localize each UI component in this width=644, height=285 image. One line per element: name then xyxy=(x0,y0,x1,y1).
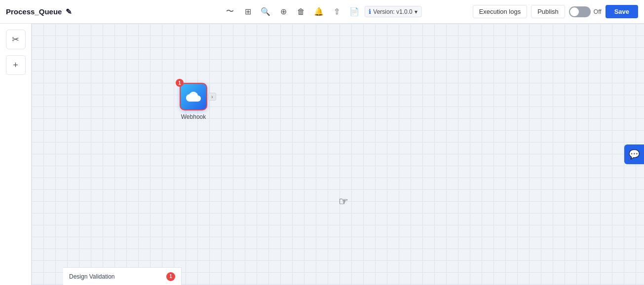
toggle-switch[interactable] xyxy=(569,6,591,17)
zoom-in-icon: ⊕ xyxy=(280,7,287,16)
webhook-node[interactable]: 1 › Webhook xyxy=(180,83,207,120)
toggle-label: Off xyxy=(594,8,602,15)
scissors-icon: ✂ xyxy=(12,34,19,45)
file-button[interactable]: 📄 xyxy=(346,4,362,20)
canvas[interactable]: 1 › Webhook ☞ Design Validation 1 💬 xyxy=(32,24,644,285)
share-button[interactable]: ⇧ xyxy=(329,4,344,20)
curve-tool-button[interactable]: 〜 xyxy=(222,4,238,20)
node-badge: 1 xyxy=(176,79,184,87)
plus-icon: + xyxy=(13,60,18,71)
grid-tool-button[interactable]: ⊞ xyxy=(240,4,256,20)
main-area: ✂ + 1 › Webhook ☞ Design Validation 1 xyxy=(0,24,644,285)
delete-icon: 🗑 xyxy=(297,7,305,16)
zoom-out-icon: 🔍 xyxy=(261,7,270,16)
chevron-down-icon: ▾ xyxy=(415,8,417,15)
bell-button[interactable]: 🔔 xyxy=(311,4,327,20)
delete-button[interactable]: 🗑 xyxy=(293,4,309,20)
toggle-wrap: Off xyxy=(569,6,602,17)
cursor-pointer: ☞ xyxy=(339,195,348,208)
version-label: Version: v1.0.0 xyxy=(373,8,412,15)
execution-logs-button[interactable]: Execution logs xyxy=(473,5,528,18)
save-button[interactable]: Save xyxy=(606,5,638,18)
node-label: Webhook xyxy=(181,113,206,120)
toolbar-right: Execution logs Publish Off Save xyxy=(473,5,638,18)
chat-widget-button[interactable]: 💬 xyxy=(624,144,644,164)
share-icon: ⇧ xyxy=(334,7,340,16)
node-expand-arrow[interactable]: › xyxy=(208,93,216,101)
title-area: Process_Queue ✎ xyxy=(6,7,95,16)
edit-icon[interactable]: ✎ xyxy=(66,7,72,16)
add-button[interactable]: + xyxy=(6,55,26,75)
chat-icon: 💬 xyxy=(629,149,640,160)
file-icon: 📄 xyxy=(349,7,359,16)
zoom-out-button[interactable]: 🔍 xyxy=(258,4,273,20)
design-validation-label: Design Validation xyxy=(69,273,162,280)
bottom-bar: Design Validation 1 xyxy=(63,267,182,285)
grid-icon: ⊞ xyxy=(245,7,251,16)
node-box[interactable]: › xyxy=(180,83,207,110)
publish-button[interactable]: Publish xyxy=(531,5,565,18)
info-icon: ℹ xyxy=(369,8,371,15)
left-sidebar: ✂ + xyxy=(0,24,32,285)
validation-badge: 1 xyxy=(166,272,175,281)
tools-button[interactable]: ✂ xyxy=(6,30,26,49)
toolbar-center: 〜 ⊞ 🔍 ⊕ 🗑 🔔 ⇧ 📄 ℹ Version: v1.0.0 ▾ xyxy=(222,4,421,20)
toggle-slider xyxy=(569,6,591,17)
cloud-icon xyxy=(186,89,201,104)
curve-icon: 〜 xyxy=(226,6,234,17)
zoom-in-button[interactable]: ⊕ xyxy=(275,4,291,20)
toolbar: Process_Queue ✎ 〜 ⊞ 🔍 ⊕ 🗑 🔔 ⇧ 📄 ℹ Versio xyxy=(0,0,644,24)
version-badge[interactable]: ℹ Version: v1.0.0 ▾ xyxy=(364,6,421,17)
page-title: Process_Queue xyxy=(6,7,62,16)
bell-icon: 🔔 xyxy=(314,7,324,16)
